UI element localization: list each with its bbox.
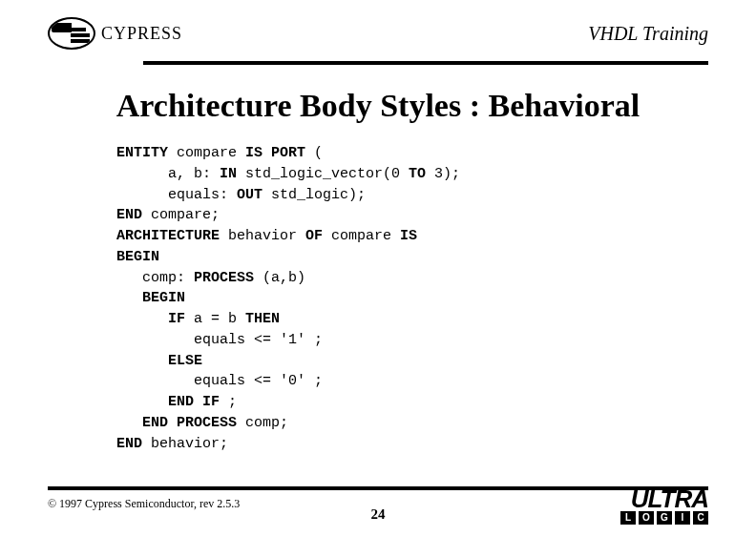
cypress-logo-icon [48,17,95,50]
kw: ARCHITECTURE [116,228,220,244]
kw: BEGIN [116,290,185,306]
tok: ( [305,145,323,161]
tok: ; [220,394,237,410]
tok: compare; [142,207,220,223]
brand-logo: CYPRESS [48,17,182,50]
brand-name: CYPRESS [101,24,182,44]
kw: IN [220,166,237,182]
kw: IS PORT [245,145,305,161]
tok: compare [168,145,245,161]
tok: behavior; [142,436,228,452]
ultra-letter: I [675,511,690,525]
kw: OUT [237,187,262,203]
ultralogic-logo: ULTRA L O G I C [620,489,708,525]
kw: ENTITY [116,145,168,161]
tok: (a,b) [254,270,305,286]
tok: equals <= '0' ; [116,373,323,389]
kw: OF [305,228,323,244]
tok: comp; [237,415,288,431]
tok: behavior [220,228,305,244]
kw: IF [116,311,185,327]
ultra-word: ULTRA [620,489,708,509]
tok: equals <= '1' ; [116,332,323,348]
header-title: VHDL Training [588,23,708,45]
ultra-letter: L [620,511,636,525]
slide-title: Architecture Body Styles : Behavioral [0,88,756,124]
tok: comp: [116,270,194,286]
header: CYPRESS VHDL Training [48,17,708,55]
tok: std_logic_vector(0 [237,166,409,182]
ultra-letter: C [693,511,708,525]
tok: equals: [116,187,237,203]
kw: THEN [245,311,280,327]
kw: TO [409,166,426,182]
kw: BEGIN [116,249,159,265]
kw: ELSE [116,353,202,369]
tok: a, b: [116,166,220,182]
tok: compare [323,228,400,244]
footer-rule [48,486,708,490]
tok: std_logic); [262,187,366,203]
kw: END [116,436,142,452]
kw: END [116,207,142,223]
tok: a = b [185,311,245,327]
kw: PROCESS [194,270,254,286]
ultra-letter: G [657,511,672,525]
kw: IS [400,228,417,244]
code-block: ENTITY compare IS PORT ( a, b: IN std_lo… [116,143,460,454]
ultra-letter: O [639,511,654,525]
tok: 3); [426,166,460,182]
kw: END IF [116,394,220,410]
ultra-sub: L O G I C [620,511,708,525]
kw: END PROCESS [116,415,237,431]
header-rule [143,61,708,65]
